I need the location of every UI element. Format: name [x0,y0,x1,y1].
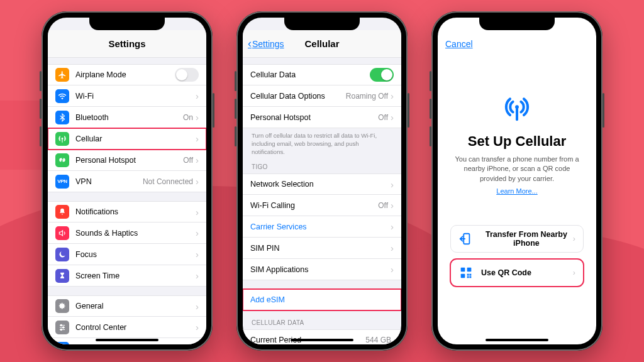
cell-label: Wi-Fi [75,92,196,101]
speaker-icon [55,226,69,240]
cell-label: Airplane Mode [75,70,175,79]
bt-icon [55,111,69,124]
antenna-icon [55,132,69,146]
row-sounds[interactable]: Sounds & Haptics› [48,222,206,244]
option-label: Transfer From Nearby iPhone [480,230,573,248]
row-cellular-options[interactable]: Cellular Data OptionsRoaming Off› [243,85,401,107]
cell-label: SIM Applications [250,265,391,274]
chevron-right-icon: › [196,343,199,344]
setup-title: Set Up Cellular [468,133,566,150]
cell-label: Network Selection [250,180,391,189]
cell-label: Cellular [75,134,196,143]
cell-label: Bluetooth [75,113,183,122]
nav-bar: Settings [48,30,206,58]
home-indicator[interactable] [291,339,353,341]
row-wifi-calling[interactable]: Wi-Fi CallingOff› [243,195,401,216]
cellular-antenna-icon [503,94,531,124]
learn-more-link[interactable]: Learn More... [496,187,537,195]
moon-icon [55,248,69,261]
link-icon [55,153,69,167]
back-button[interactable]: ‹ Settings [248,37,284,50]
phone-setup-cellular: Cancel Set Up Cellular You can transfer … [431,11,602,351]
option-label: Use QR Code [481,268,531,277]
phone-settings: Settings Airplane ModeWi-Fi›BluetoothOn›… [42,11,213,351]
cell-value: Off [378,113,388,122]
chevron-right-icon: › [391,179,394,190]
chevron-right-icon: › [391,243,394,253]
cell-label: Cellular Data [250,70,370,79]
svg-rect-19 [461,268,465,272]
cell-label: Screen Time [75,272,196,280]
nav-title: Cellular [304,38,339,49]
svg-rect-24 [467,277,469,278]
chevron-right-icon: › [196,249,199,260]
cell-label: Display & Brightness [75,344,196,345]
hourglass-icon [55,269,69,283]
row-hotspot[interactable]: Personal HotspotOff› [48,150,206,171]
transfer-from-iphone-button[interactable]: Transfer From Nearby iPhone › [450,225,584,253]
svg-rect-22 [467,274,469,276]
row-carrier-services[interactable]: Carrier Services› [243,216,401,238]
group-footer: Turn off cellular data to restrict all d… [243,128,401,156]
wifi-icon [55,89,69,103]
cell-label: Cellular Data Options [250,92,346,101]
cell-label: Add eSIM [250,295,394,304]
group-header: CELLULAR DATA [243,318,401,329]
transfer-icon [458,231,472,246]
svg-rect-21 [461,274,465,278]
toggle[interactable] [370,68,394,82]
cell-label: Control Center [75,323,196,332]
chevron-right-icon: › [391,264,394,275]
row-network-selection[interactable]: Network Selection› [243,173,401,195]
row-sim-apps[interactable]: SIM Applications› [243,259,401,280]
cell-value: Not Connected [143,177,193,186]
cell-value: On [183,113,193,122]
row-add-esim[interactable]: Add eSIM [243,289,401,310]
gear-icon [55,299,69,313]
row-vpn[interactable]: VPNVPNNot Connected› [48,171,206,192]
row-current-period[interactable]: Current Period544 GB [243,329,401,344]
row-control-center[interactable]: Control Center› [48,317,206,338]
cell-label: General [75,302,196,310]
chevron-right-icon: › [196,90,199,101]
qr-code-icon [458,265,474,280]
row-bluetooth[interactable]: BluetoothOn› [48,107,206,128]
cell-label: SIM PIN [250,244,391,253]
row-focus[interactable]: Focus› [48,244,206,265]
home-indicator[interactable] [486,339,548,341]
row-personal-hotspot[interactable]: Personal HotspotOff› [243,107,401,128]
row-cellular[interactable]: Cellular› [48,128,206,150]
row-notifications[interactable]: Notifications› [48,201,206,222]
chevron-right-icon: › [196,301,199,312]
chevron-right-icon: › [196,133,199,144]
row-airplane[interactable]: Airplane Mode [48,64,206,85]
svg-rect-25 [469,277,471,278]
plane-icon [55,68,69,82]
row-general[interactable]: General› [48,295,206,317]
home-indicator[interactable] [96,339,158,341]
nav-bar: ‹ Settings Cellular [243,30,401,58]
use-qr-code-button[interactable]: Use QR Code › [450,259,584,287]
row-wifi[interactable]: Wi-Fi› [48,85,206,107]
chevron-right-icon: › [196,155,199,165]
row-cellular-data[interactable]: Cellular Data [243,64,401,85]
row-screentime[interactable]: Screen Time› [48,265,206,287]
chevron-right-icon: › [573,268,575,277]
svg-point-6 [60,324,62,326]
nav-title: Settings [108,38,145,49]
cell-value: Off [183,156,193,165]
chevron-right-icon: › [391,200,394,211]
chevron-right-icon: › [196,207,199,217]
toggle[interactable] [175,68,199,82]
cell-value: 544 GB [365,336,391,344]
cancel-button[interactable]: Cancel [445,39,473,49]
cell-label: Carrier Services [250,222,391,231]
back-label: Settings [252,39,284,49]
vpn-icon: VPN [55,175,69,189]
row-sim-pin[interactable]: SIM PIN› [243,238,401,259]
sliders-icon [55,321,69,334]
cell-value: Off [378,201,388,210]
chevron-right-icon: › [573,234,575,243]
cell-label: Notifications [75,207,196,216]
chevron-right-icon: › [196,270,199,281]
